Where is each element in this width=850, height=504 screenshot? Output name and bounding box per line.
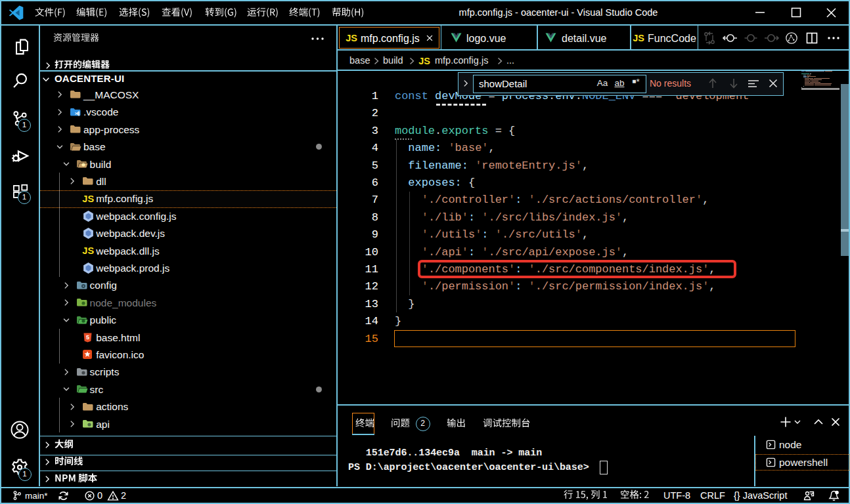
svg-text:5: 5: [86, 334, 89, 341]
